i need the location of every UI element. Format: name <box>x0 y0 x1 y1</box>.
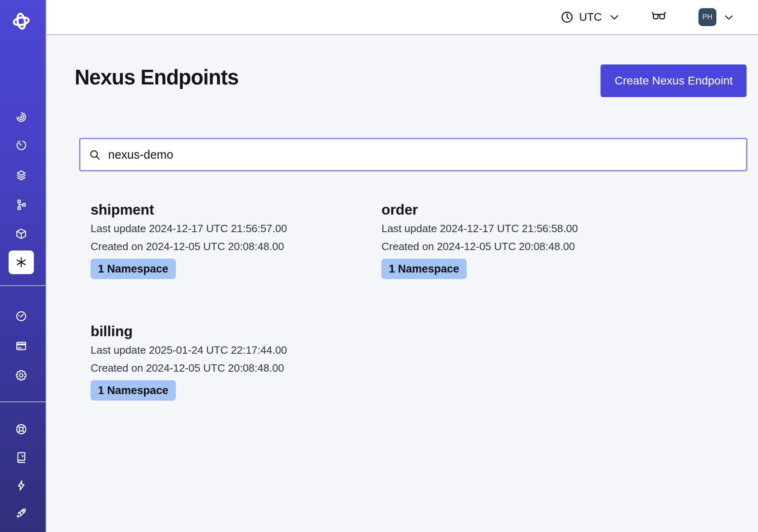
sidebar-item-spiral[interactable] <box>10 106 33 129</box>
lightning-icon <box>15 479 28 492</box>
account-menu[interactable]: PH <box>698 8 734 26</box>
endpoint-card-shipment[interactable]: shipment Last update 2024-12-17 UTC 21:5… <box>91 200 381 279</box>
sidebar-item-docs[interactable] <box>10 446 33 469</box>
avatar-initials: PH <box>703 13 713 21</box>
lifebuoy-icon <box>15 423 28 436</box>
sidebar-divider <box>0 285 46 286</box>
timezone-selector[interactable]: UTC <box>560 10 621 24</box>
main-content: Nexus Endpoints Create Nexus Endpoint sh… <box>47 36 758 532</box>
sidebar-item-timer[interactable] <box>10 134 33 157</box>
view-toggle-button[interactable] <box>651 9 667 25</box>
endpoint-last-update: Last update 2025-01-24 UTC 22:17:44.00 <box>91 341 381 359</box>
countdown-timer-icon <box>15 139 28 152</box>
sidebar-item-support[interactable] <box>10 418 33 441</box>
sidebar-item-billing[interactable] <box>10 335 33 357</box>
cube-icon <box>15 227 28 240</box>
spiral-icon <box>15 111 28 124</box>
gauge-icon <box>15 310 28 323</box>
endpoint-last-update: Last update 2024-12-17 UTC 21:56:57.00 <box>91 219 381 237</box>
workflow-graph-icon <box>15 198 28 211</box>
sidebar-item-layers[interactable] <box>10 164 33 187</box>
endpoint-name: billing <box>91 321 381 341</box>
nexus-asterisk-icon <box>15 256 28 269</box>
sidebar-item-graph[interactable] <box>10 193 33 216</box>
sidebar-item-quickstart[interactable] <box>10 474 33 497</box>
sidebar-item-settings[interactable] <box>10 364 33 387</box>
endpoint-card-billing[interactable]: billing Last update 2025-01-24 UTC 22:17… <box>91 321 381 401</box>
chevron-down-icon <box>609 11 620 23</box>
page-title: Nexus Endpoints <box>75 66 239 89</box>
endpoint-created-on: Created on 2024-12-05 UTC 20:08:48.00 <box>381 237 672 255</box>
endpoint-name: shipment <box>91 200 381 219</box>
sidebar-item-getting-started[interactable] <box>10 502 33 525</box>
namespace-badge: 1 Namespace <box>381 259 467 279</box>
book-sparkle-icon <box>15 451 28 464</box>
sidebar <box>0 0 47 532</box>
temporal-logo-icon <box>11 11 32 32</box>
endpoint-name: order <box>381 200 672 219</box>
sidebar-item-nexus-active[interactable] <box>9 250 34 274</box>
sidebar-item-cube[interactable] <box>10 222 33 245</box>
rocket-icon <box>15 507 28 520</box>
gear-icon <box>15 369 28 382</box>
glasses-icon <box>651 9 667 25</box>
endpoint-card-order[interactable]: order Last update 2024-12-17 UTC 21:56:5… <box>381 200 672 279</box>
search-icon <box>89 149 101 161</box>
endpoint-created-on: Created on 2024-12-05 UTC 20:08:48.00 <box>91 237 381 255</box>
create-nexus-endpoint-button[interactable]: Create Nexus Endpoint <box>601 64 747 97</box>
chevron-down-icon <box>723 12 734 23</box>
search-box <box>79 138 747 171</box>
search-input[interactable] <box>107 148 742 162</box>
credit-card-icon <box>15 339 28 352</box>
endpoint-last-update: Last update 2024-12-17 UTC 21:56:58.00 <box>381 219 672 237</box>
temporal-logo[interactable] <box>10 9 33 33</box>
topbar: UTC PH <box>47 0 758 35</box>
avatar: PH <box>698 8 716 26</box>
timezone-label: UTC <box>579 11 602 24</box>
sidebar-item-usage[interactable] <box>10 305 33 328</box>
endpoint-created-on: Created on 2024-12-05 UTC 20:08:48.00 <box>91 359 381 377</box>
clock-icon <box>560 10 574 24</box>
sidebar-divider <box>0 401 46 402</box>
layers-icon <box>15 169 28 182</box>
namespace-badge: 1 Namespace <box>91 380 176 401</box>
endpoint-list: shipment Last update 2024-12-17 UTC 21:5… <box>91 200 672 401</box>
namespace-badge: 1 Namespace <box>91 259 176 279</box>
